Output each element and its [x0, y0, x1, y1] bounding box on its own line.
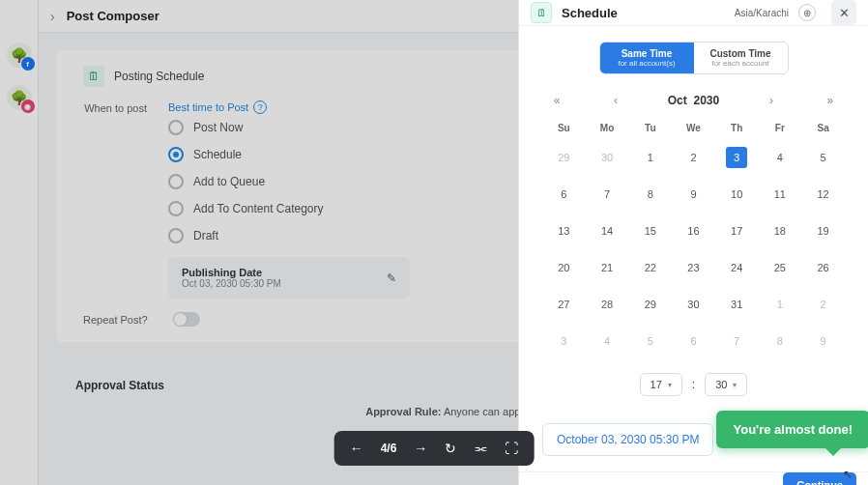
selected-datetime-chip[interactable]: October 03, 2030 05:30 PM	[542, 423, 713, 456]
playback-bar: ← 4/6 → ↻ ⫘ ⛶	[334, 431, 535, 466]
calendar-day[interactable]: 20	[542, 249, 586, 286]
cursor-icon: ↖	[843, 468, 853, 481]
globe-icon[interactable]: ⊕	[798, 4, 816, 21]
calendar-day[interactable]: 21	[586, 249, 629, 286]
calendar-day[interactable]: 1	[628, 139, 672, 176]
calendar-day[interactable]: 13	[542, 213, 586, 249]
calendar-day[interactable]: 30	[672, 286, 715, 323]
calendar-day[interactable]: 2	[801, 286, 845, 323]
calendar-day[interactable]: 11	[759, 176, 802, 213]
calendar-day[interactable]: 28	[586, 286, 629, 323]
share-button[interactable]: ⫘	[474, 441, 487, 456]
hour-select[interactable]: 17▾	[640, 373, 682, 396]
calendar-day[interactable]: 24	[715, 249, 759, 286]
onboarding-tooltip: You're almost done!	[716, 411, 868, 448]
calendar-icon: 🗓	[531, 2, 552, 23]
calendar-day[interactable]: 3	[542, 323, 586, 359]
calendar-grid: SuMoTuWeThFrSa 2930123456789101112131415…	[542, 117, 845, 359]
prev-step-button[interactable]: ←	[350, 441, 363, 456]
calendar-day[interactable]: 26	[801, 249, 845, 286]
time-mode-segment: Same Time for all account(s) Custom Time…	[599, 42, 789, 74]
calendar-day[interactable]: 31	[715, 286, 759, 323]
calendar-day[interactable]: 17	[715, 213, 759, 249]
calendar-day[interactable]: 6	[672, 323, 715, 359]
calendar-day[interactable]: 5	[801, 139, 845, 176]
close-button[interactable]: ✕	[831, 0, 856, 25]
calendar-nav: « ‹ Oct 2030 › »	[542, 94, 845, 107]
next-step-button[interactable]: →	[414, 441, 427, 456]
calendar-day[interactable]: 1	[759, 286, 802, 323]
custom-time-tab[interactable]: Custom Time for each account	[694, 43, 788, 73]
calendar-day[interactable]: 7	[715, 323, 759, 359]
step-counter: 4/6	[381, 442, 397, 455]
calendar-day[interactable]: 14	[586, 213, 629, 249]
calendar-day[interactable]: 10	[715, 176, 759, 213]
minute-select[interactable]: 30▾	[705, 373, 747, 396]
calendar-day[interactable]: 8	[628, 176, 672, 213]
calendar-month-year[interactable]: Oct 2030	[668, 94, 719, 107]
chevron-down-icon: ▾	[733, 381, 737, 389]
schedule-panel: 🗓 Schedule Asia/Karachi ⊕ ✕ Same Time fo…	[518, 0, 868, 485]
prev-year-icon[interactable]: «	[550, 94, 564, 107]
chevron-down-icon: ▾	[668, 381, 672, 389]
dow-header: Tu	[628, 117, 672, 139]
calendar-day[interactable]: 29	[628, 286, 672, 323]
restart-button[interactable]: ↻	[445, 441, 456, 456]
calendar-day[interactable]: 4	[586, 323, 629, 359]
calendar-day[interactable]: 27	[542, 286, 586, 323]
calendar-day[interactable]: 12	[801, 176, 845, 213]
calendar-day[interactable]: 6	[542, 176, 586, 213]
calendar-day[interactable]: 4	[759, 139, 802, 176]
next-year-icon[interactable]: »	[824, 94, 837, 107]
dow-header: Su	[542, 117, 586, 139]
dow-header: We	[672, 117, 715, 139]
calendar-day[interactable]: 16	[672, 213, 715, 249]
calendar-day[interactable]: 2	[672, 139, 715, 176]
calendar-day[interactable]: 7	[586, 176, 629, 213]
calendar-day[interactable]: 8	[759, 323, 802, 359]
prev-month-icon[interactable]: ‹	[609, 94, 622, 107]
calendar-day[interactable]: 9	[672, 176, 715, 213]
dow-header: Sa	[801, 117, 845, 139]
calendar-day[interactable]: 29	[542, 139, 586, 176]
calendar-day[interactable]: 25	[759, 249, 802, 286]
next-month-icon[interactable]: ›	[765, 94, 778, 107]
calendar-day[interactable]: 5	[628, 323, 672, 359]
calendar-day[interactable]: 18	[759, 213, 802, 249]
calendar-day[interactable]: 9	[801, 323, 845, 359]
fullscreen-button[interactable]: ⛶	[505, 441, 518, 456]
time-picker: 17▾ : 30▾	[542, 373, 845, 396]
calendar-day[interactable]: 19	[801, 213, 845, 249]
calendar-day[interactable]: 22	[628, 249, 672, 286]
calendar-day[interactable]: 23	[672, 249, 715, 286]
dow-header: Mo	[586, 117, 629, 139]
dow-header: Th	[715, 117, 759, 139]
calendar-day[interactable]: 3	[715, 139, 759, 176]
schedule-title: Schedule	[562, 6, 618, 20]
dow-header: Fr	[759, 117, 802, 139]
calendar-day[interactable]: 15	[628, 213, 672, 249]
calendar-day[interactable]: 30	[586, 139, 629, 176]
timezone-label: Asia/Karachi	[735, 8, 789, 18]
same-time-tab[interactable]: Same Time for all account(s)	[600, 43, 694, 73]
